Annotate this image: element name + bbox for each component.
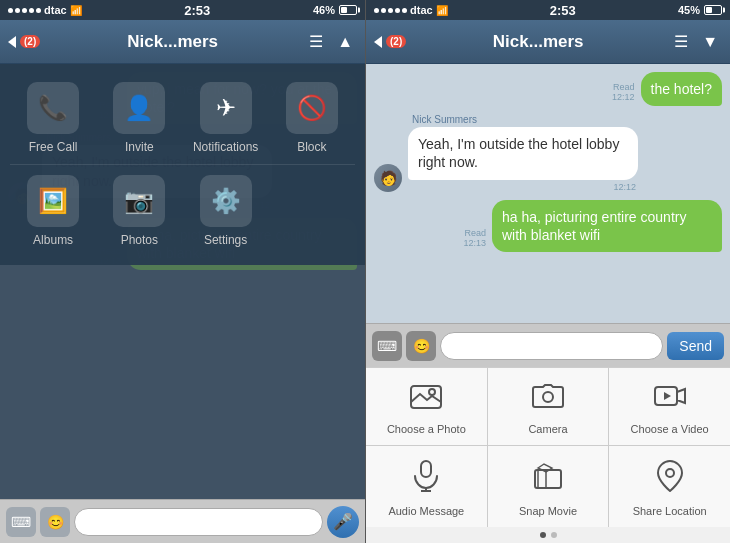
menu-block[interactable]: 🚫 Block — [272, 82, 352, 154]
share-location-button[interactable]: Share Location — [609, 446, 730, 527]
battery-shell — [339, 5, 357, 15]
camera-button[interactable]: Camera — [488, 368, 609, 445]
back-button[interactable]: (2) — [374, 35, 406, 48]
avatar-img: 🧑 — [374, 164, 402, 192]
back-button[interactable]: (2) — [8, 35, 40, 48]
wifi-icon: 📶 — [436, 5, 448, 16]
battery-pct-label: 45% — [678, 4, 700, 16]
choose-photo-label: Choose a Photo — [387, 423, 466, 435]
svg-marker-4 — [677, 389, 685, 403]
msg-time: 12:13 — [463, 238, 486, 248]
choose-photo-icon — [410, 382, 442, 417]
left-header: (2) Nick...mers ☰ ▲ — [0, 20, 365, 64]
media-panel: Choose a Photo Camera — [366, 367, 730, 543]
snap-movie-label: Snap Movie — [519, 505, 577, 517]
battery — [339, 5, 357, 15]
albums-label: Albums — [33, 233, 73, 247]
carrier-name: dtac — [410, 4, 433, 16]
bubble-container: ha ha, picturing entire country with bla… — [492, 200, 722, 252]
right-status-right: 45% — [678, 4, 722, 16]
avatar: 🧑 — [374, 164, 402, 192]
menu-separator — [10, 164, 355, 165]
right-input-bar: ⌨ 😊 Send — [366, 323, 730, 367]
svg-rect-6 — [421, 461, 431, 477]
message-bubble: the hotel? — [641, 72, 723, 106]
emoji-button[interactable]: 😊 — [40, 507, 70, 537]
emoji-button[interactable]: 😊 — [406, 331, 436, 361]
signal-dots — [8, 8, 41, 13]
mic-button[interactable]: 🎤 — [327, 506, 359, 538]
snap-movie-button[interactable]: Snap Movie — [488, 446, 609, 527]
free-call-icon: 📞 — [27, 82, 79, 134]
signal-dots — [374, 8, 407, 13]
keyboard-toggle-button[interactable]: ⌨ — [372, 331, 402, 361]
message-bubble: ha ha, picturing entire country with bla… — [492, 200, 722, 252]
sender-name: Nick Summers — [408, 114, 477, 125]
page-dot-2 — [551, 532, 557, 538]
read-text: Read — [613, 82, 635, 92]
wifi-icon: 📶 — [70, 5, 82, 16]
time-display: 2:53 — [550, 3, 576, 18]
chevron-up-button[interactable]: ▲ — [333, 31, 357, 53]
back-arrow-icon — [374, 36, 382, 48]
bubble-container: the hotel? — [641, 72, 723, 106]
svg-marker-5 — [664, 392, 671, 400]
msg-row: Read 12:12 the hotel? — [374, 72, 722, 106]
settings-label: Settings — [204, 233, 247, 247]
message-input[interactable] — [440, 332, 663, 360]
menu-row-1: 📞 Free Call 👤 Invite ✈ Notifications 🚫 B… — [0, 74, 365, 162]
settings-icon: ⚙️ — [200, 175, 252, 227]
right-status-bar: dtac 📶 2:53 45% — [366, 0, 730, 20]
left-input-bar: ⌨ 😊 🎤 — [0, 499, 365, 543]
audio-message-icon — [412, 460, 440, 499]
menu-free-call[interactable]: 📞 Free Call — [13, 82, 93, 154]
menu-notifications[interactable]: ✈ Notifications — [186, 82, 266, 154]
menu-albums[interactable]: 🖼️ Albums — [13, 175, 93, 247]
left-status-bar: dtac 📶 2:53 46% — [0, 0, 365, 20]
page-dot-1 — [540, 532, 546, 538]
menu-settings[interactable]: ⚙️ Settings — [186, 175, 266, 247]
menu-photos[interactable]: 📷 Photos — [99, 175, 179, 247]
send-button[interactable]: Send — [667, 332, 724, 360]
block-label: Block — [297, 140, 326, 154]
share-location-label: Share Location — [633, 505, 707, 517]
message-input[interactable] — [74, 508, 323, 536]
invite-icon: 👤 — [113, 82, 165, 134]
back-badge: (2) — [20, 35, 40, 48]
battery — [704, 5, 722, 15]
chat-title: Nick...mers — [46, 32, 299, 52]
audio-message-label: Audio Message — [388, 505, 464, 517]
carrier-name: dtac — [44, 4, 67, 16]
chevron-down-button[interactable]: ▼ — [698, 31, 722, 53]
notifications-label: Notifications — [193, 140, 258, 154]
menu-button[interactable]: ☰ — [305, 30, 327, 53]
left-phone: dtac 📶 2:53 46% (2) Nick...mers ☰ ▲ 📞 Fr… — [0, 0, 365, 543]
choose-photo-button[interactable]: Choose a Photo — [366, 368, 487, 445]
left-status-right: 46% — [313, 4, 357, 16]
keyboard-toggle-button[interactable]: ⌨ — [6, 507, 36, 537]
right-chat-area: Read 12:12 the hotel? 🧑 Nick Summers Yea… — [366, 64, 730, 323]
svg-rect-9 — [535, 470, 561, 488]
camera-icon — [532, 382, 564, 417]
page-indicator — [366, 527, 730, 543]
menu-row-2: 🖼️ Albums 📷 Photos ⚙️ Settings — [0, 167, 365, 255]
time-display: 2:53 — [184, 3, 210, 18]
camera-label: Camera — [528, 423, 567, 435]
back-badge: (2) — [386, 35, 406, 48]
free-call-label: Free Call — [29, 140, 78, 154]
snap-movie-icon — [532, 460, 564, 499]
svg-point-12 — [666, 469, 674, 477]
choose-video-button[interactable]: Choose a Video — [609, 368, 730, 445]
menu-invite[interactable]: 👤 Invite — [99, 82, 179, 154]
read-label: Read 12:13 — [463, 228, 486, 252]
message-bubble: Yeah, I'm outside the hotel lobby right … — [408, 127, 638, 179]
menu-button[interactable]: ☰ — [670, 30, 692, 53]
battery-fill — [706, 7, 712, 13]
right-status-left: dtac 📶 — [374, 4, 448, 16]
read-label: Read 12:12 — [612, 82, 635, 106]
back-arrow-icon — [8, 36, 16, 48]
svg-point-1 — [429, 389, 435, 395]
chat-title: Nick...mers — [412, 32, 664, 52]
audio-message-button[interactable]: Audio Message — [366, 446, 487, 527]
albums-icon: 🖼️ — [27, 175, 79, 227]
